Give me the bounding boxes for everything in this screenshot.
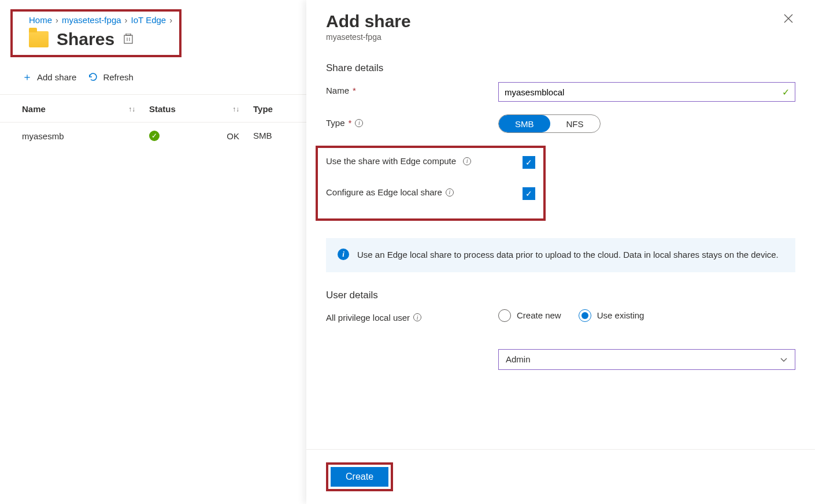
info-banner: i Use an Edge local share to process dat… [326,238,795,272]
user-privilege-row: All privilege local user i Create new Us… [326,309,795,323]
edge-compute-text: Use the share with Edge compute [326,156,456,166]
chevron-down-icon [780,355,788,364]
folder-icon [29,31,49,47]
refresh-label: Refresh [103,72,134,82]
table-header: Name ↑↓ Status ↑↓ Type [0,95,306,123]
chevron-right-icon: › [125,15,128,25]
page-title: Shares [57,29,114,49]
type-row: Type * i SMB NFS [326,114,795,133]
type-label: Type * i [326,114,498,128]
info-banner-text: Use an Edge local share to process data … [357,249,779,262]
name-row: Name * ✓ [326,82,795,102]
edge-local-label: Configure as Edge local share i [326,187,454,197]
type-toggle: SMB NFS [498,114,601,133]
info-icon[interactable]: i [355,119,363,127]
col-name-label: Name [22,104,46,114]
plus-icon: ＋ [22,70,32,84]
edge-options-highlight: Use the share with Edge compute i ✓ Conf… [316,146,546,221]
required-indicator: * [353,86,356,95]
title-row: Shares [29,29,172,49]
sort-icon: ↑↓ [128,105,135,113]
svg-rect-1 [126,34,131,35]
col-type-label: Type [253,104,273,114]
user-details-label: User details [326,290,795,301]
create-new-radio[interactable]: Create new [498,309,561,322]
create-highlight: Create [326,462,393,491]
radio-icon [579,309,591,322]
column-type[interactable]: Type [253,104,306,114]
info-icon[interactable]: i [413,313,421,321]
header-highlight: Home › myasetest-fpga › IoT Edge › Share… [10,9,181,57]
type-smb-option[interactable]: SMB [499,115,550,132]
use-existing-label: Use existing [597,310,644,320]
name-label-text: Name [326,86,349,95]
all-priv-text: All privilege local user [326,313,410,323]
edge-local-checkbox[interactable]: ✓ [523,187,535,200]
refresh-button[interactable]: Refresh [88,70,134,84]
cell-type: SMB [253,131,306,141]
status-ok-icon: ✓ [149,131,160,141]
column-status[interactable]: Status ↑↓ [149,104,253,114]
col-status-label: Status [149,104,176,114]
column-name[interactable]: Name ↑↓ [22,104,149,114]
cell-status: ✓ OK [149,131,253,141]
share-details-label: Share details [326,62,795,74]
info-icon[interactable]: i [463,157,471,165]
close-button[interactable] [781,12,795,25]
main-content: Home › myasetest-fpga › IoT Edge › Share… [0,0,306,504]
panel-footer: Create [306,449,815,504]
create-new-label: Create new [517,310,561,320]
pin-icon[interactable] [123,34,134,45]
cell-name: myasesmb [22,131,149,141]
panel-subtitle: myasetest-fpga [326,32,411,42]
table-row[interactable]: myasesmb ✓ OK SMB [0,123,306,149]
use-existing-radio[interactable]: Use existing [579,309,644,322]
breadcrumb-home[interactable]: Home [29,15,52,25]
panel-body: Share details Name * ✓ Type * i SMB NFS [306,51,815,449]
user-dropdown-row: Admin [326,335,795,370]
user-radio-group: Create new Use existing [498,309,795,322]
name-label: Name * [326,82,498,95]
radio-icon [498,309,511,322]
edge-compute-label: Use the share with Edge compute i [326,156,471,166]
breadcrumb: Home › myasetest-fpga › IoT Edge › [29,15,172,25]
name-input[interactable] [498,82,795,102]
add-share-button[interactable]: ＋ Add share [22,70,76,84]
toolbar: ＋ Add share Refresh [0,57,306,95]
breadcrumb-device[interactable]: myasetest-fpga [62,15,121,25]
info-icon[interactable]: i [446,188,454,197]
all-privilege-label: All privilege local user i [326,309,498,323]
edge-local-text: Configure as Edge local share [326,187,442,197]
sort-icon: ↑↓ [232,105,239,113]
edge-local-row: Configure as Edge local share i ✓ [326,187,535,200]
user-dropdown-value: Admin [506,354,531,364]
info-banner-icon: i [338,249,349,260]
refresh-icon [88,72,98,82]
required-indicator: * [349,118,352,128]
edge-compute-checkbox[interactable]: ✓ [523,156,535,169]
valid-check-icon: ✓ [782,87,790,98]
chevron-right-icon: › [169,15,172,25]
add-share-panel: Add share myasetest-fpga Share details N… [306,0,815,504]
svg-rect-0 [124,35,132,43]
edge-compute-row: Use the share with Edge compute i ✓ [326,156,535,169]
type-nfs-option[interactable]: NFS [550,115,600,132]
add-share-label: Add share [37,72,76,82]
panel-header: Add share myasetest-fpga [306,0,815,51]
panel-title: Add share [326,12,411,31]
type-label-text: Type [326,118,345,128]
user-dropdown[interactable]: Admin [498,349,795,370]
breadcrumb-section[interactable]: IoT Edge [131,15,166,25]
create-button[interactable]: Create [331,467,388,487]
chevron-right-icon: › [55,15,58,25]
status-text: OK [227,131,239,141]
